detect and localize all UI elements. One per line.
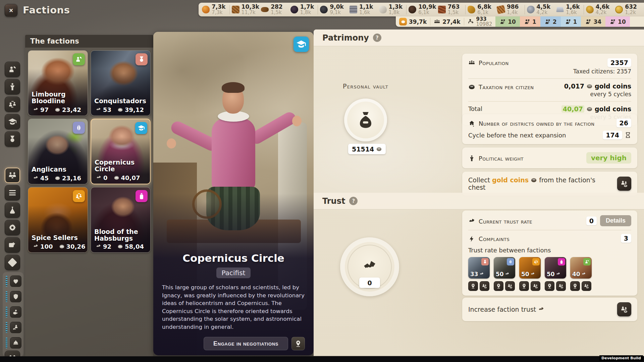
factions-list-header: The factions — [25, 35, 153, 48]
sidebar-item-blueprints[interactable] — [5, 237, 20, 253]
collect-card: Collect gold coins from the faction's ch… — [462, 172, 637, 196]
complaints-label: Complaints — [479, 235, 509, 242]
delegation-button[interactable] — [556, 281, 566, 291]
taxation-period: every 5 cycles — [590, 91, 631, 98]
hand-care-icon — [12, 309, 19, 315]
locate-button[interactable] — [468, 281, 478, 291]
resource-planks[interactable]: 10,3k11,7k — [230, 4, 259, 15]
trust-portrait-conquistadors[interactable]: 33 — [468, 257, 490, 279]
faction-card-spice-sellers[interactable]: Spice Sellers 100 30,26 — [28, 187, 88, 253]
trust-details-button[interactable]: Details — [600, 215, 631, 226]
resource-cloth[interactable]: 1,3k1,8k — [377, 4, 407, 15]
sidebar-item-research[interactable] — [5, 202, 20, 218]
sidebar-item-factions[interactable] — [5, 168, 20, 183]
trust-portrait-limbourg[interactable]: 40 — [570, 257, 592, 279]
military-badge-icon — [136, 53, 148, 65]
sidebar-item-gems[interactable] — [5, 255, 20, 270]
resource-food[interactable]: 7,3k7,3k — [200, 4, 229, 15]
sidebar-item-military[interactable] — [5, 131, 20, 147]
sidebar-item-nobles[interactable] — [5, 62, 20, 77]
medal-icon — [8, 135, 17, 143]
trust-help-button[interactable]: ? — [349, 197, 358, 205]
trust-portrait-anglicans[interactable]: 50 — [494, 257, 515, 279]
resource-stone[interactable]: 1,1k1,6k — [347, 4, 377, 15]
trust-card: Current trust rate 0 Details Complaints … — [462, 210, 637, 296]
delegation-button[interactable] — [480, 281, 489, 291]
sidebar-item-work[interactable] — [10, 337, 21, 349]
trust-portrait-habsburgs[interactable]: 50 — [545, 257, 566, 279]
science-badge-icon — [135, 122, 147, 134]
worker-flag-icon — [565, 18, 572, 25]
faction-stats: 92 58,04 — [96, 243, 144, 250]
sidebar-item-security[interactable] — [10, 291, 21, 302]
locate-button[interactable] — [519, 281, 529, 291]
sidebar-item-clergy[interactable] — [5, 79, 20, 95]
people-coin-icon — [482, 283, 487, 289]
noble-badge-icon — [73, 53, 85, 65]
sidebar-item-care[interactable] — [10, 306, 21, 318]
gold-total[interactable]: 39,7k — [396, 16, 430, 27]
resource-value: 7,3k — [212, 4, 225, 10]
faction-name: Spice Sellers — [32, 235, 85, 241]
noble-badge-icon — [583, 258, 591, 265]
trust-between-label: Trust rate between factions — [468, 247, 631, 254]
sidebar-item-list[interactable] — [5, 185, 20, 200]
locate-faction-button[interactable] — [291, 337, 305, 350]
sidebar-item-traders[interactable] — [5, 97, 20, 112]
resource-iron[interactable]: 10,9k6,1k — [407, 4, 436, 15]
workers-counter[interactable]: 93310982 — [464, 16, 496, 27]
population-total[interactable]: 27,4k — [430, 16, 464, 27]
resource-copper[interactable]: 7631,5k — [436, 4, 466, 15]
population-label: Population — [479, 59, 509, 66]
personal-vault-medallion[interactable] — [344, 99, 387, 141]
patrimony-help-button[interactable]: ? — [373, 34, 381, 42]
faction-card-copernicus-circle[interactable]: Copernicus Circle 0 40,07 — [91, 119, 151, 184]
trust-rate-pill: 0 — [359, 278, 380, 288]
faction-workers-habsburgs[interactable]: 10 — [605, 16, 630, 27]
faction-workers-spice[interactable]: 34 — [581, 16, 605, 27]
sidebar-item-health[interactable] — [10, 276, 21, 287]
population-icon — [434, 18, 440, 25]
delegation-button[interactable] — [531, 281, 540, 291]
sidebar-item-achievements[interactable] — [5, 220, 20, 235]
divider — [468, 101, 631, 102]
faction-workers-anglicans[interactable]: 2 — [540, 16, 561, 27]
delegation-button[interactable] — [505, 281, 515, 291]
sidebar-item-scholars[interactable] — [5, 114, 20, 129]
locate-button[interactable] — [570, 281, 580, 291]
resource-coal[interactable]: 9,0k9,1k — [318, 4, 347, 15]
faction-workers-conquistadors[interactable]: 1 — [520, 16, 540, 27]
resource-hay[interactable]: 6,8k6,1k — [466, 4, 495, 15]
faction-card-limbourg-bloodline[interactable]: Limbourg Bloodline 97 23,42 — [28, 50, 88, 116]
delegation-button[interactable] — [582, 281, 591, 291]
letterbox-bar — [0, 356, 644, 362]
faction-name: Copernicus Circle — [95, 159, 147, 173]
resource-logs[interactable]: 2821,5k — [259, 4, 288, 15]
resource-gold-coins[interactable]: 6321,2k — [613, 4, 643, 15]
gold-coins-icon — [615, 6, 623, 13]
faction-card-conquistadors[interactable]: Conquistadors 53 39,12 — [91, 50, 151, 116]
faction-workers-limbourg[interactable]: 10 — [495, 16, 520, 27]
resource-silver-ingot[interactable]: 1,6k1,6k — [554, 4, 584, 15]
resource-grapes[interactable]: 1,7k1,8k — [288, 4, 318, 15]
faction-card-blood-of-the-habsburgs[interactable]: Blood of the Habsburgs 92 58,04 — [91, 187, 151, 253]
coin-icon — [59, 244, 65, 249]
resource-cinnamon[interactable]: 9861,4k — [495, 4, 525, 15]
resource-gold-ore[interactable]: 4,6k4,2k — [584, 4, 613, 15]
locate-button[interactable] — [545, 281, 554, 291]
sidebar-item-happiness[interactable] — [10, 322, 21, 333]
collect-gold-button[interactable] — [617, 177, 631, 191]
trust-portrait-spice-sellers[interactable]: 50 — [519, 257, 541, 279]
trust-header: Trust ? — [314, 193, 644, 209]
faction-workers-copernicus[interactable]: 1 — [561, 16, 581, 27]
close-button[interactable]: × — [5, 4, 17, 17]
increase-trust-button[interactable] — [617, 302, 631, 316]
resource-silver-ore[interactable]: 4,5k4,2k — [525, 4, 554, 15]
graduation-cap-icon — [296, 39, 306, 49]
faction-card-anglicans[interactable]: Anglicans 45 23,16 — [28, 119, 88, 184]
engage-negotiations-button[interactable]: Engage in negotiations — [204, 337, 288, 350]
locate-button[interactable] — [494, 281, 503, 291]
faction-trait-badge: Pacifist — [216, 267, 251, 278]
coin-icon — [55, 175, 60, 181]
worker-down-icon — [468, 18, 474, 25]
